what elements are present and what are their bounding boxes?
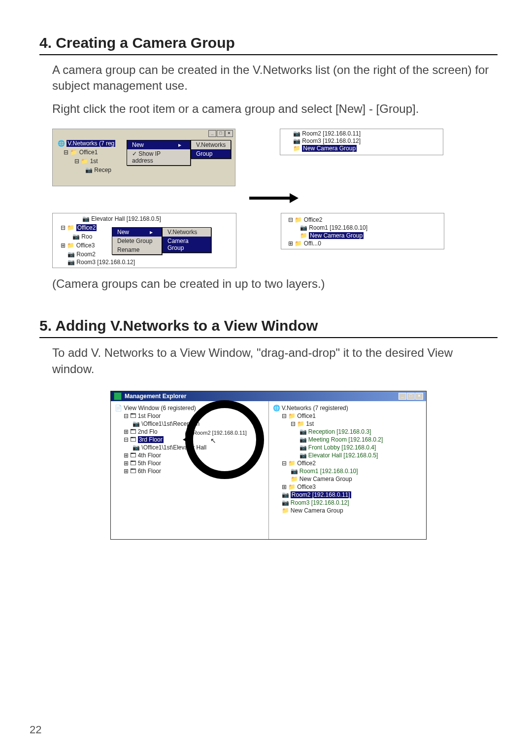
section5-para1: To add V. Networks to a View Window, "dr… <box>52 345 498 377</box>
drag-arrow-tip <box>183 435 192 445</box>
close-button[interactable]: × <box>415 393 423 400</box>
context-menu-c: New▸ Delete Group Rename <box>112 227 162 255</box>
vnetworks-tree: 🌐 V.Networks (7 registered) ⊟ 📁 Office1 … <box>268 401 427 539</box>
fig-row-2: 📷 Elevator Hall [192.168.0.5] ⊟ 📁 Office… <box>52 213 498 268</box>
tree-room2-c[interactable]: 📷 Room2 <box>67 251 96 258</box>
tree-office2-d[interactable]: ⊟ 📁 Office2 <box>288 216 322 223</box>
submenu-item-group[interactable]: Group <box>191 149 231 158</box>
arrow-icon <box>249 194 299 202</box>
tree-root-a-label: V.Networks (7 reg <box>66 140 115 147</box>
maximize-button[interactable]: □ <box>407 393 415 400</box>
panel-a: _ □ × 🌐 V.Networks (7 reg ⊟ 📁 Office1 ⊟ … <box>52 129 235 186</box>
page-number: 22 <box>30 723 41 736</box>
tree-1st-a[interactable]: ⊟ 📁 1st <box>74 158 98 165</box>
section4-figures: _ □ × 🌐 V.Networks (7 reg ⊟ 📁 Office1 ⊟ … <box>52 129 498 268</box>
vnet-room2[interactable]: 📷 Room2 [192.168.0.11] <box>273 491 425 499</box>
tree-newcg-b[interactable]: 📁 New Camera Group <box>293 145 357 152</box>
vnet-1st[interactable]: ⊟ 📁 1st <box>273 420 425 428</box>
vnet-room1[interactable]: 📷 Room1 [192.168.0.10] <box>273 467 425 475</box>
tree-room3-c[interactable]: 📷 Room3 [192.168.0.12] <box>67 259 135 266</box>
minimize-button[interactable]: _ <box>208 130 216 137</box>
tree-office1-a[interactable]: ⊟ 📁 Office1 <box>64 149 98 156</box>
vnet-elevator[interactable]: 📷 Elevator Hall [192.168.0.5] <box>273 451 425 459</box>
management-explorer-window: Management Explorer _ □ × 📄 View Window … <box>110 391 427 540</box>
tree-recep-a[interactable]: 📷 Recep <box>85 167 111 173</box>
panel-d: ⊟ 📁 Office2 📷 Room1 [192.168.0.10] 📁 New… <box>281 213 444 249</box>
management-explorer-titlebar: Management Explorer _ □ × <box>111 391 426 401</box>
section5-title: 5. Adding V.Networks to a View Window <box>39 317 498 338</box>
tree-office2-c[interactable]: ⊟ 📁 Office2 <box>61 224 97 231</box>
vnet-newcg[interactable]: 📁 New Camera Group <box>273 507 425 515</box>
fig-row-1: _ □ × 🌐 V.Networks (7 reg ⊟ 📁 Office1 ⊟ … <box>52 129 498 186</box>
maximize-button[interactable]: □ <box>217 130 225 137</box>
section4-para2: Right click the root item or a camera gr… <box>52 101 498 117</box>
window-controls-a: _ □ × <box>208 130 233 137</box>
vnet-lobby[interactable]: 📷 Front Lobby [192.168.0.4] <box>273 444 425 451</box>
vnet-reception[interactable]: 📷 Reception [192.168.0.3] <box>273 428 425 436</box>
drag-arc-overlay <box>185 400 264 479</box>
tree-office3-c[interactable]: ⊞ 📁 Office3 <box>61 242 95 249</box>
section4-title: 4. Creating a Camera Group <box>39 34 498 55</box>
vnet-room3[interactable]: 📷 Room3 [192.168.0.12] <box>273 499 425 507</box>
tree-room2-b[interactable]: 📷 Room2 [192.168.0.11] <box>293 130 361 137</box>
tree-elevator-c[interactable]: 📷 Elevator Hall [192.168.0.5] <box>82 215 161 222</box>
app-icon <box>114 392 122 400</box>
vnet-office3[interactable]: ⊞ 📁 Office3 <box>273 483 425 491</box>
arrow-row <box>52 191 498 208</box>
tree-room1-d[interactable]: 📷 Room1 [192.168.0.10] <box>300 224 367 231</box>
submenu-item-vnetworks-c[interactable]: V.Networks <box>163 228 211 237</box>
tree-newcg-d[interactable]: 📁 New Camera Group <box>300 232 364 239</box>
panel-b: 📷 Room2 [192.168.0.11] 📷 Room3 [192.168.… <box>280 129 443 155</box>
tree-room3-b[interactable]: 📷 Room3 [192.168.0.12] <box>293 137 361 144</box>
vnet-root[interactable]: 🌐 V.Networks (7 registered) <box>273 404 425 412</box>
vnet-newcg2[interactable]: 📁 New Camera Group <box>273 475 425 483</box>
submenu-item-vnetworks[interactable]: V.Networks <box>191 140 231 149</box>
menu-item-new[interactable]: New▸ <box>127 140 190 149</box>
section4-note: (Camera groups can be created in up to t… <box>52 277 498 291</box>
vnet-meeting[interactable]: 📷 Meeting Room [192.168.0.2] <box>273 436 425 444</box>
minimize-button[interactable]: _ <box>399 393 406 400</box>
vnet-office1[interactable]: ⊟ 📁 Office1 <box>273 412 425 420</box>
management-explorer-title: Management Explorer <box>125 393 399 400</box>
panel-c: 📷 Elevator Hall [192.168.0.5] ⊟ 📁 Office… <box>52 213 236 268</box>
tree-truncated-d: ⊞ 📁 Offi...0 <box>288 240 321 247</box>
menu-item-rename-c[interactable]: Rename <box>112 245 162 254</box>
context-menu-a: New▸ ✓ Show IP address <box>127 140 191 166</box>
tree-root-a[interactable]: 🌐 V.Networks (7 reg <box>58 140 115 147</box>
submenu-c: V.Networks Camera Group <box>162 227 211 253</box>
close-button[interactable]: × <box>225 130 233 137</box>
submenu-a: V.Networks Group <box>191 140 231 159</box>
tree-roo-c[interactable]: 📷 Roo <box>72 233 92 240</box>
menu-item-showip[interactable]: ✓ Show IP address <box>127 149 190 165</box>
section4-para1: A camera group can be created in the V.N… <box>52 62 498 94</box>
vnet-office2[interactable]: ⊟ 📁 Office2 <box>273 459 425 467</box>
menu-item-new-c[interactable]: New▸ <box>112 228 162 237</box>
menu-item-delete-c[interactable]: Delete Group <box>112 237 162 245</box>
submenu-item-cameragroup-c[interactable]: Camera Group <box>163 237 211 252</box>
